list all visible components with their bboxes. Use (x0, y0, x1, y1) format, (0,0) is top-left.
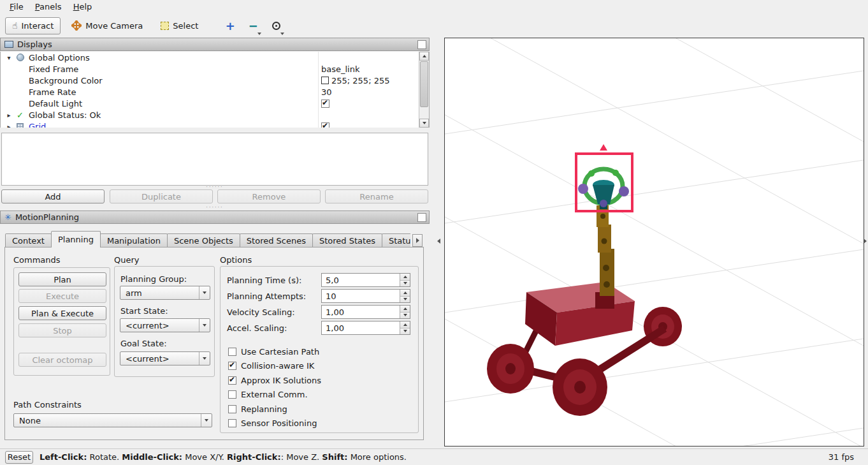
interactive-marker[interactable] (576, 144, 632, 211)
interact-tool-button[interactable]: ☝ Interact (5, 17, 61, 34)
approx-ik-solutions-checkbox[interactable]: Approx IK Solutions (228, 376, 321, 385)
planning-time-spinbox[interactable]: 5,0 (321, 273, 410, 287)
motionplanning-panel-header[interactable]: ✳ MotionPlanning (0, 210, 430, 224)
property-value[interactable]: 255; 255; 255 (321, 76, 389, 85)
execute-button[interactable]: Execute (18, 289, 106, 303)
tab-scroll-right-button[interactable] (412, 234, 423, 247)
plan-execute-button[interactable]: Plan & Execute (18, 306, 106, 320)
scrollbar-thumb[interactable] (420, 61, 428, 107)
focus-camera-tool-button[interactable] (269, 17, 283, 34)
commands-groupbox: Plan Execute Plan & Execute Stop Clear o… (13, 267, 110, 376)
scroll-up-button[interactable] (419, 52, 429, 61)
checkbox-icon[interactable] (228, 376, 236, 385)
rename-display-button[interactable]: Rename (325, 189, 428, 203)
dropdown-arrow-icon (257, 33, 261, 35)
spin-up-button[interactable] (400, 274, 410, 281)
tree-row-global-status[interactable]: ▸ ✓ Global Status: Ok (1, 109, 429, 121)
checkbox-icon[interactable] (228, 362, 236, 370)
tab-context[interactable]: Context (5, 233, 52, 247)
remove-tool-button[interactable]: − (246, 17, 260, 34)
spin-up-button[interactable] (400, 306, 410, 313)
checkbox-icon[interactable] (228, 405, 236, 413)
collision-aware-ik-checkbox[interactable]: Collision-aware IK (228, 361, 314, 371)
spin-down-button[interactable] (400, 313, 410, 319)
marker-handle[interactable] (619, 186, 629, 196)
tree-row-global-options[interactable]: ▾ Global Options (1, 52, 429, 63)
tab-stored-scenes[interactable]: Stored Scenes (240, 233, 313, 247)
select-tool-button[interactable]: Select (154, 17, 205, 34)
checkbox-icon[interactable] (228, 390, 236, 399)
reset-button[interactable]: Reset (5, 451, 33, 464)
plan-button[interactable]: Plan (18, 272, 106, 286)
tab-scene-objects[interactable]: Scene Objects (167, 233, 240, 247)
color-swatch[interactable] (321, 77, 329, 84)
spin-up-button[interactable] (400, 321, 410, 328)
render-viewport[interactable] (444, 38, 864, 447)
marker-handle[interactable] (578, 184, 588, 194)
tree-row-frame-rate[interactable]: Frame Rate 30 (1, 86, 429, 98)
property-value[interactable]: base_link (321, 64, 359, 74)
marker-handle[interactable] (600, 200, 607, 207)
splitter-grip[interactable]: ······ (203, 186, 227, 189)
tree-row-fixed-frame[interactable]: Fixed Frame base_link (1, 63, 429, 75)
panel-float-button[interactable] (417, 213, 426, 222)
replanning-checkbox[interactable]: Replanning (228, 404, 287, 414)
accel-scaling-spinbox[interactable]: 1,00 (321, 321, 410, 335)
property-value[interactable]: 30 (321, 87, 332, 97)
tree-scrollbar[interactable] (419, 52, 429, 128)
tab-planning[interactable]: Planning (51, 231, 101, 247)
spin-down-button[interactable] (400, 297, 410, 303)
path-constraints-combo[interactable]: None (13, 413, 212, 427)
velocity-scaling-spinbox[interactable]: 1,00 (321, 305, 410, 319)
menu-file[interactable]: File (4, 1, 29, 12)
fps-counter: 31 fps (828, 452, 854, 462)
panel-float-button[interactable] (417, 40, 426, 49)
tab-status[interactable]: Status (382, 233, 410, 247)
tabs-clip: Context Planning Manipulation Scene Obje… (5, 231, 410, 247)
checkbox-icon[interactable] (321, 122, 329, 128)
menu-help[interactable]: Help (68, 1, 98, 12)
expander-open-icon[interactable]: ▾ (5, 54, 13, 61)
external-comm-checkbox[interactable]: External Comm. (228, 390, 308, 399)
goal-state-combo[interactable]: <current> (120, 351, 210, 365)
checkbox-icon[interactable] (228, 419, 236, 427)
tab-manipulation[interactable]: Manipulation (100, 233, 168, 247)
scroll-up-icon (423, 55, 426, 57)
start-state-combo[interactable]: <current> (120, 318, 210, 332)
add-tool-button[interactable]: + (223, 17, 237, 34)
use-cartesian-path-checkbox[interactable]: Use Cartesian Path (228, 347, 319, 357)
stop-button[interactable]: Stop (18, 323, 106, 337)
duplicate-display-button[interactable]: Duplicate (110, 189, 213, 203)
planning-attempts-spinbox[interactable]: 10 (321, 289, 410, 303)
select-tool-label: Select (173, 21, 198, 31)
spin-down-button[interactable] (400, 281, 410, 287)
splitter-collapse-left-button[interactable] (435, 237, 442, 246)
displays-panel-header[interactable]: Displays (0, 38, 430, 51)
sensor-positioning-checkbox[interactable]: Sensor Positioning (228, 418, 317, 428)
splitter-grip[interactable]: ······ (203, 207, 227, 209)
tree-row-default-light[interactable]: Default Light (1, 98, 429, 109)
clear-octomap-button[interactable]: Clear octomap (18, 353, 106, 367)
move-camera-tool-label: Move Camera (85, 21, 143, 31)
add-display-button[interactable]: Add (1, 189, 105, 203)
planning-group-combo[interactable]: arm (120, 286, 210, 300)
remove-display-button[interactable]: Remove (217, 189, 321, 203)
tree-row-grid[interactable]: ▸ Grid (1, 121, 429, 128)
tree-row-background-color[interactable]: Background Color 255; 255; 255 (1, 75, 429, 86)
expander-closed-icon[interactable]: ▸ (5, 112, 13, 119)
spin-down-button[interactable] (400, 328, 410, 335)
spin-up-button[interactable] (400, 290, 410, 297)
move-camera-tool-button[interactable]: Move Camera (64, 17, 150, 34)
expander-closed-icon[interactable]: ▸ (5, 123, 13, 128)
tab-stored-states[interactable]: Stored States (312, 233, 382, 247)
query-section-label: Query (114, 255, 140, 265)
rviz-window: File Panels Help ☝ Interact Move Camera (0, 0, 868, 465)
options-section-label: Options (220, 255, 252, 265)
scroll-down-button[interactable] (419, 119, 429, 128)
checkbox-icon[interactable] (228, 348, 236, 356)
menu-bar: File Panels Help (0, 0, 868, 13)
menu-panels[interactable]: Panels (29, 1, 68, 12)
status-bar: Reset Left-Click: Rotate. Middle-Click: … (0, 448, 868, 465)
chevron-down-icon (199, 352, 210, 365)
checkbox-icon[interactable] (321, 100, 329, 108)
